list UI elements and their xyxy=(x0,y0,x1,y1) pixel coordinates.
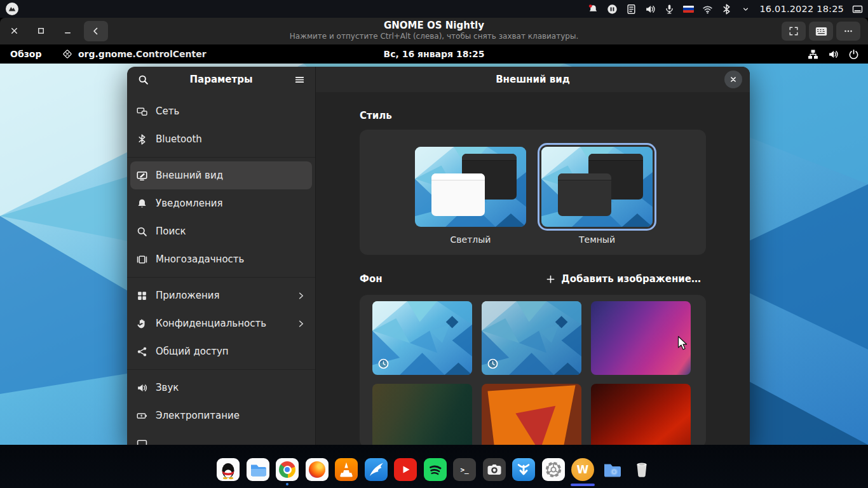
dock-app-trash[interactable] xyxy=(630,458,653,481)
style-option-light[interactable] xyxy=(415,147,526,227)
style-option-label: Светлый xyxy=(415,234,526,245)
add-image-button[interactable]: Добавить изображение… xyxy=(541,271,706,287)
tray-window-icon[interactable] xyxy=(852,4,863,15)
background-thumbnail-orange-triangle[interactable] xyxy=(482,384,581,447)
preview-window-front xyxy=(558,173,611,216)
sidebar-item-label: Уведомления xyxy=(156,198,222,209)
gnome-status-icons[interactable] xyxy=(808,44,859,64)
close-panel-button[interactable] xyxy=(724,71,742,88)
menu-button[interactable] xyxy=(836,22,860,41)
mouse-cursor xyxy=(677,336,689,351)
dock-app-screenshot[interactable] xyxy=(483,458,506,481)
sidebar-item-sharing[interactable]: Общий доступ xyxy=(130,337,312,365)
background-thumbnail-gnome-blue-dark[interactable] xyxy=(482,301,581,375)
volume-icon[interactable] xyxy=(645,4,656,15)
dock-app-downloader[interactable] xyxy=(512,458,535,481)
background-thumbnail-purple-waves[interactable] xyxy=(591,301,691,375)
ru-flag-icon[interactable] xyxy=(683,4,694,15)
preview-window-front xyxy=(431,173,485,216)
dock-app-files[interactable] xyxy=(247,458,269,481)
pause-badge-icon[interactable] xyxy=(607,4,618,15)
sidebar-item-power[interactable]: Электропитание xyxy=(130,402,312,430)
host-top-bar: 16.01.2022 18:25 xyxy=(0,0,868,18)
sidebar-item-label: Конфиденциальность xyxy=(156,318,266,329)
vm-subtitle: Нажмите и отпустите Ctrl+Alt (слева), чт… xyxy=(0,32,868,41)
gnome-top-bar: Обзор org.gnome.ControlCenter Вс, 16 янв… xyxy=(0,44,868,64)
dock-app-firefox[interactable] xyxy=(306,458,329,481)
bluetooth-icon xyxy=(137,134,147,145)
privacy-icon xyxy=(137,318,147,329)
wifi-icon[interactable] xyxy=(702,4,713,15)
sound-icon xyxy=(137,383,147,393)
style-card: Светлый Темный xyxy=(360,130,706,255)
running-indicator-dot xyxy=(286,483,288,485)
sidebar-item-notifications[interactable]: Уведомления xyxy=(130,189,312,217)
sidebar-item-multitasking[interactable]: Многозадачность xyxy=(130,245,312,273)
dock-app-settings-gear[interactable] xyxy=(542,458,565,481)
apps-icon xyxy=(137,290,147,301)
plus-icon xyxy=(546,274,555,284)
activities-button[interactable]: Обзор xyxy=(10,44,41,64)
dock-app-terminal[interactable]: >_ xyxy=(453,458,476,481)
notification-bell-icon[interactable] xyxy=(588,4,599,15)
settings-window: Параметры СетьBluetoothВнешний видУведом… xyxy=(127,67,750,448)
sidebar-header: Параметры xyxy=(127,67,315,92)
network-wired-icon[interactable] xyxy=(808,49,818,60)
background-grid xyxy=(360,295,706,447)
sidebar-separator xyxy=(127,157,315,158)
sidebar-item-label: Приложения xyxy=(156,290,220,301)
dock-app-chrome[interactable] xyxy=(276,458,299,481)
sidebar-separator xyxy=(127,277,315,278)
clipboard-icon[interactable] xyxy=(626,4,637,15)
background-thumbnail-gnome-blue[interactable] xyxy=(372,301,472,375)
dock-app-bird-app[interactable] xyxy=(365,458,388,481)
dock: >_W xyxy=(217,458,653,481)
style-option-label: Темный xyxy=(541,234,653,245)
microphone-icon[interactable] xyxy=(664,4,675,15)
gnome-clock[interactable]: Вс, 16 января 18:25 xyxy=(384,44,485,64)
sidebar-item-network[interactable]: Сеть xyxy=(130,97,312,125)
fullscreen-button[interactable] xyxy=(782,22,806,41)
sidebar-item-label: Bluetooth xyxy=(156,133,202,145)
bluetooth-icon[interactable] xyxy=(721,4,732,15)
host-clock: 16.01.2022 18:25 xyxy=(759,4,844,14)
background-section-heading: Фон xyxy=(360,273,383,285)
sidebar-item-label: Сеть xyxy=(156,105,179,117)
sidebar-item-bluetooth[interactable]: Bluetooth xyxy=(130,125,312,153)
sidebar-item-privacy[interactable]: Конфиденциальность xyxy=(130,309,312,337)
sidebar-item-apps[interactable]: Приложения xyxy=(130,281,312,309)
background-thumbnail-green-dark[interactable] xyxy=(372,384,472,447)
sidebar-item-label: Внешний вид xyxy=(156,170,223,181)
style-option-dark[interactable] xyxy=(541,147,653,227)
chevron-down-icon[interactable] xyxy=(740,4,751,15)
dock-app-youtube[interactable] xyxy=(394,458,417,481)
search-icon[interactable] xyxy=(136,72,150,86)
volume-icon[interactable] xyxy=(828,49,839,60)
sidebar-item-sound[interactable]: Звук xyxy=(130,374,312,402)
sidebar-item-label: Поиск xyxy=(156,226,186,237)
dock-app-cloud-folder[interactable] xyxy=(601,458,624,481)
distro-logo-icon[interactable] xyxy=(6,3,18,15)
keyboard-button[interactable] xyxy=(809,22,833,41)
notifications-icon xyxy=(137,198,147,209)
dock-app-qq[interactable] xyxy=(217,458,240,481)
sidebar-list: СетьBluetoothВнешний видУведомленияПоиск… xyxy=(127,92,315,448)
focused-app-menu[interactable]: org.gnome.ControlCenter xyxy=(62,44,207,64)
host-status-area[interactable]: 16.01.2022 18:25 xyxy=(588,0,863,18)
sidebar-item-appearance[interactable]: Внешний вид xyxy=(130,161,312,189)
power-icon xyxy=(137,410,147,421)
focused-app-name: org.gnome.ControlCenter xyxy=(78,49,207,59)
control-center-app-icon xyxy=(62,49,72,59)
appearance-icon xyxy=(137,170,147,181)
focused-indicator-bar xyxy=(571,484,595,486)
sidebar-item-search[interactable]: Поиск xyxy=(130,217,312,245)
hamburger-menu-icon[interactable] xyxy=(292,72,306,86)
dock-app-vlc[interactable] xyxy=(335,458,358,481)
background-thumbnail-red-dark[interactable] xyxy=(591,384,691,447)
dock-strip: >_W xyxy=(0,445,868,488)
slideshow-clock-badge xyxy=(378,358,389,369)
dock-app-spotify[interactable] xyxy=(424,458,447,481)
power-icon[interactable] xyxy=(848,49,859,60)
dock-app-wps-office[interactable]: W xyxy=(571,458,594,481)
chevron-right-icon xyxy=(296,319,306,329)
